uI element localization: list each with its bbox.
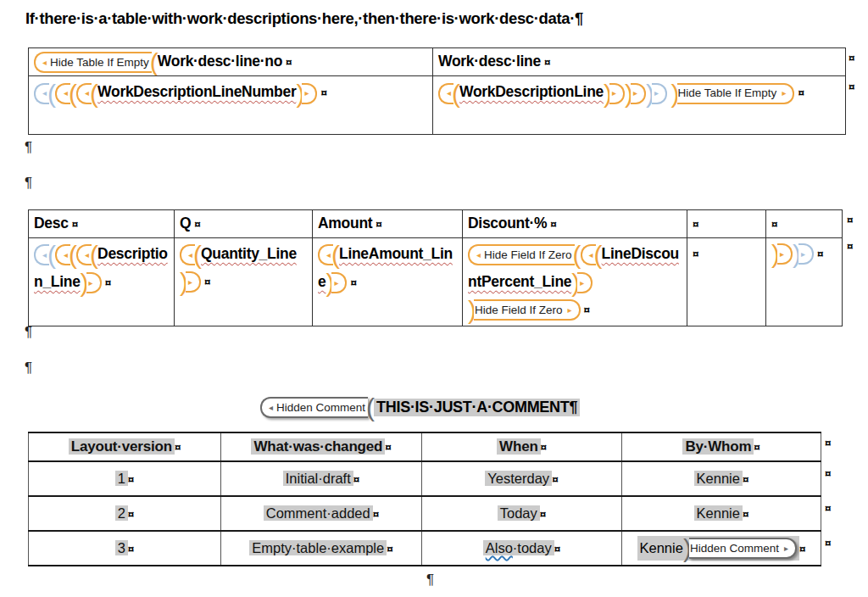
- tag-start[interactable]: ◂(: [76, 244, 97, 265]
- tag-start[interactable]: ◂(: [180, 244, 201, 265]
- tag-open-paren: (: [90, 244, 97, 265]
- table-cell[interactable]: Amount¤: [313, 210, 463, 238]
- tag-end-icon: ▸: [609, 89, 619, 98]
- merge-field-text: WorkDescriptionLineNumber: [97, 83, 296, 100]
- table-cell[interactable]: Kennie)Hidden Comment▸¤: [622, 531, 821, 566]
- table-cell[interactable]: ◂(WorkDescriptionLine)▸)▸)▸ )Hide Table …: [433, 76, 846, 135]
- table-cell[interactable]: ◂Hide Field If Zero(◂(LineDiscountPercen…: [463, 238, 687, 326]
- table-cell[interactable]: Desc¤: [29, 210, 175, 238]
- comment-text: THIS·IS·JUST·A·COMMENT¶: [374, 399, 580, 416]
- table-cell[interactable]: Kennie¤: [622, 496, 821, 531]
- tag-start[interactable]: ◂(: [581, 244, 602, 265]
- tag-open-paren: (: [47, 83, 55, 104]
- tag-open-paren: (: [90, 83, 97, 104]
- tag-end-hide-table-if-empty[interactable]: )Hide Table If Empty▸: [671, 83, 795, 104]
- table-cell[interactable]: ◂(LineAmount_Line)▸¤: [313, 238, 463, 326]
- tag-label: Hide Table If Empty: [677, 80, 780, 107]
- tag-open-paren: (: [47, 244, 55, 265]
- tag-end[interactable]: )▸: [326, 272, 347, 293]
- table-cell[interactable]: By·Whom¤: [622, 432, 821, 461]
- paragraph-mark[interactable]: ¶: [25, 175, 32, 192]
- table-cell[interactable]: Yesterday¤: [422, 461, 622, 496]
- end-of-cell-marker: ¤: [743, 473, 749, 486]
- table-cell[interactable]: Comment·added¤: [221, 496, 422, 531]
- table-cell[interactable]: ◂(◂(◂(Description_Line)▸¤: [29, 238, 175, 326]
- tag-start-hide-field-if-zero[interactable]: ◂Hide Field If Zero(: [468, 244, 581, 265]
- tag-open-paren: (: [366, 397, 374, 418]
- cell-text: Kennie)Hidden Comment▸: [637, 536, 799, 561]
- table-cell[interactable]: 1¤: [29, 461, 221, 496]
- table-cell[interactable]: What·was·changed¤: [221, 432, 422, 461]
- tag-start-outer[interactable]: ◂(: [34, 83, 55, 104]
- tag-end-hidden-comment[interactable]: )Hidden Comment▸: [683, 538, 797, 559]
- tag-end-outer[interactable]: )▸: [646, 83, 667, 104]
- heading-paragraph[interactable]: If·there·is·a·table·with·work·descriptio…: [25, 9, 583, 28]
- end-of-cell-marker: ¤: [175, 441, 181, 454]
- table-cell[interactable]: Also·today¤: [422, 531, 622, 566]
- table-cell[interactable]: ¤: [687, 210, 766, 238]
- tag-start-outer[interactable]: ◂(: [34, 244, 55, 265]
- paragraph-mark[interactable]: ¶: [25, 139, 32, 156]
- end-of-row-marker: ¤: [825, 437, 832, 449]
- grammar-flagged-word: Also: [486, 540, 513, 555]
- table-cell[interactable]: ◂(Quantity_Line)▸¤: [175, 238, 313, 326]
- end-of-row-marker: ¤: [847, 240, 854, 253]
- tag-label: Hide Field If Zero: [474, 297, 565, 324]
- cell-text: Also·today: [483, 540, 554, 555]
- tag-open-paren: (: [573, 244, 581, 265]
- tag-end[interactable]: )▸: [771, 243, 793, 265]
- tag-end[interactable]: )▸: [81, 272, 102, 293]
- tag-end-hide-field-if-zero[interactable]: )Hide Field If Zero▸: [468, 299, 581, 321]
- end-of-cell-marker: ¤: [554, 543, 561, 555]
- tag-end-icon: ▸: [302, 89, 311, 98]
- end-of-cell-marker: ¤: [541, 441, 547, 454]
- tag-end[interactable]: )▸: [604, 83, 625, 104]
- table-cell[interactable]: 2¤: [29, 496, 221, 531]
- tag-open-paren: (: [69, 244, 76, 265]
- tag-start[interactable]: ◂(: [55, 244, 76, 265]
- table-cell[interactable]: Kennie¤: [622, 461, 821, 496]
- paragraph-mark[interactable]: ¶: [25, 360, 32, 377]
- table-cell[interactable]: ◂Hide Table If Empty(Work·desc·line·no¤: [29, 48, 433, 76]
- tag-start-hidden-comment[interactable]: ◂Hidden Comment(: [260, 397, 374, 418]
- tag-start[interactable]: ◂(: [76, 83, 97, 104]
- tag-end[interactable]: )▸: [625, 83, 646, 104]
- end-of-cell-marker: ¤: [194, 218, 201, 231]
- table-cell[interactable]: When¤: [422, 432, 622, 461]
- table-cell[interactable]: ¤: [766, 210, 843, 238]
- tag-start[interactable]: ◂(: [438, 83, 459, 104]
- comment-paragraph[interactable]: ◂Hidden Comment(THIS·IS·JUST·A·COMMENT¶: [260, 396, 580, 419]
- table-cell[interactable]: 3¤: [29, 531, 221, 566]
- table-cell[interactable]: ◂(◂(◂(WorkDescriptionLineNumber)▸¤: [29, 76, 433, 135]
- table-cell[interactable]: Work·desc·line¤: [433, 48, 846, 76]
- paragraph-mark[interactable]: ¶: [25, 324, 32, 341]
- tag-start[interactable]: ◂(: [55, 83, 76, 104]
- end-of-cell-marker: ¤: [798, 86, 804, 99]
- tag-start-icon: ◂: [40, 59, 49, 67]
- tag-end-icon: ▸: [331, 279, 341, 287]
- tag-end[interactable]: )▸: [296, 83, 317, 104]
- table-cell[interactable]: Today¤: [422, 496, 622, 531]
- table-cell[interactable]: Q¤: [175, 210, 313, 238]
- end-of-cell-marker: ¤: [105, 276, 112, 289]
- end-of-cell-marker: ¤: [286, 56, 292, 69]
- table-cell[interactable]: Empty·table·example¤: [221, 531, 422, 566]
- table-cell[interactable]: ¤: [687, 238, 766, 326]
- table-cell[interactable]: )▸)▸¤: [766, 238, 843, 326]
- end-of-cell-marker: ¤: [544, 56, 551, 69]
- paragraph-mark[interactable]: ¶: [426, 572, 434, 589]
- tag-start[interactable]: ◂(: [318, 244, 339, 265]
- tag-end-outer[interactable]: )▸: [793, 243, 814, 265]
- end-of-cell-marker: ¤: [540, 508, 547, 521]
- end-of-cell-marker: ¤: [817, 248, 824, 260]
- tag-end[interactable]: )▸: [571, 272, 593, 293]
- table-cell[interactable]: Layout·version¤: [29, 432, 221, 461]
- tag-start-hide-table-if-empty[interactable]: ◂Hide Table If Empty(: [34, 52, 158, 73]
- table-cell[interactable]: Discount·%¤: [463, 210, 687, 238]
- end-of-row-marker: ¤: [849, 81, 855, 93]
- tag-end-icon: ▸: [186, 278, 195, 287]
- table-cell[interactable]: Initial·draft¤: [221, 461, 422, 496]
- tag-end[interactable]: )▸: [180, 271, 201, 293]
- tag-end-icon: ▸: [798, 250, 808, 259]
- end-of-cell-marker: ¤: [128, 473, 135, 486]
